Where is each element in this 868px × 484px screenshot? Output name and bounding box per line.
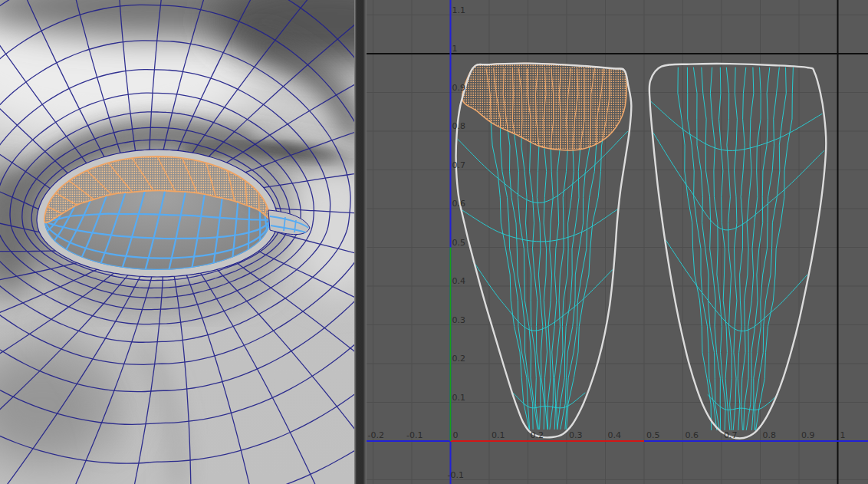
x-tick-label: 0.9 [801,430,815,440]
x-tick-label: 0.4 [608,430,622,440]
y-tick-label: 0.9 [452,83,466,93]
y-tick-label: 0.1 [452,393,466,403]
uv-shell-border [649,64,827,438]
x-tick-label: 0.8 [763,430,777,440]
x-tick-label: 0 [453,430,459,440]
x-tick-label: 0.5 [646,430,660,440]
panel-divider[interactable] [354,0,367,484]
uv-island-right[interactable] [649,64,827,438]
3d-mesh-canvas[interactable] [0,0,354,484]
x-tick-label: 0.7 [724,430,738,440]
y-tick-label: 0.5 [452,238,466,248]
uv-grid-canvas[interactable]: -0.2-0.100.10.20.30.40.50.60.70.80.911.1… [367,0,868,484]
y-tick-label: 0.3 [452,315,466,325]
uv-wireframe [651,67,824,430]
x-tick-label: 0.1 [492,430,505,440]
x-tick-label: -0.2 [368,430,384,440]
y-tick-label: 0.8 [452,121,466,131]
x-tick-label: -0.1 [406,430,422,440]
perspective-viewport-panel[interactable] [0,0,354,484]
y-tick-label: 0.4 [452,276,466,286]
uv-editor-panel[interactable]: -0.2-0.100.10.20.30.40.50.60.70.80.911.1… [367,0,868,484]
x-axis-tick-labels: -0.2-0.100.10.20.30.40.50.60.70.80.91 [368,430,846,440]
y-tick-label: 1.1 [452,5,466,15]
y-tick-label: 0.2 [452,354,466,364]
uv-selected-faces[interactable] [462,64,627,430]
y-tick-label: 1 [452,44,458,54]
y-tick-label: 0.6 [452,199,466,209]
x-tick-label: 0.3 [569,430,583,440]
x-tick-label: 1 [840,430,846,440]
app-window: -0.2-0.100.10.20.30.40.50.60.70.80.911.1… [0,0,868,484]
x-tick-label: 0.6 [686,430,699,440]
y-tick-label: -0.1 [448,470,464,480]
x-tick-label: 0.2 [531,430,544,440]
y-tick-label: 0.7 [452,160,466,170]
